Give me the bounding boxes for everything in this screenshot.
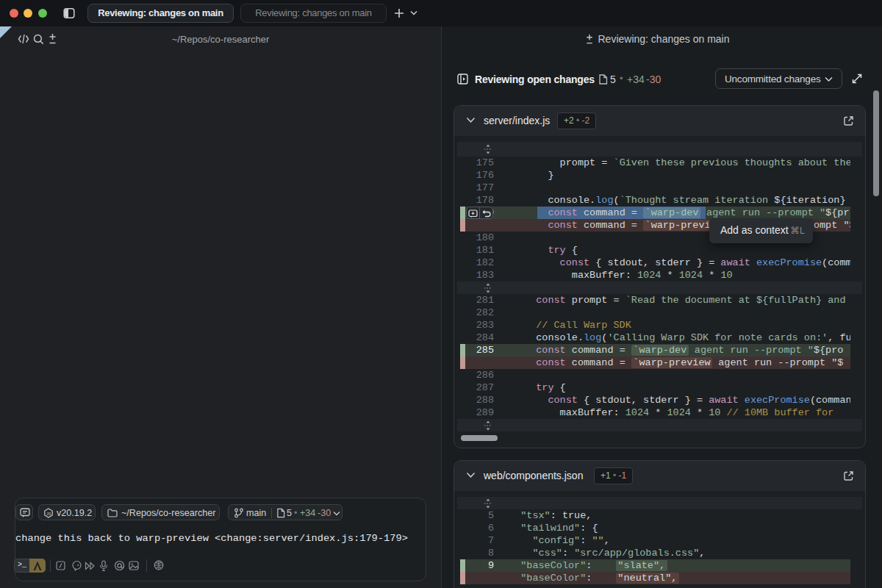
svg-text:JS: JS [46,512,51,516]
